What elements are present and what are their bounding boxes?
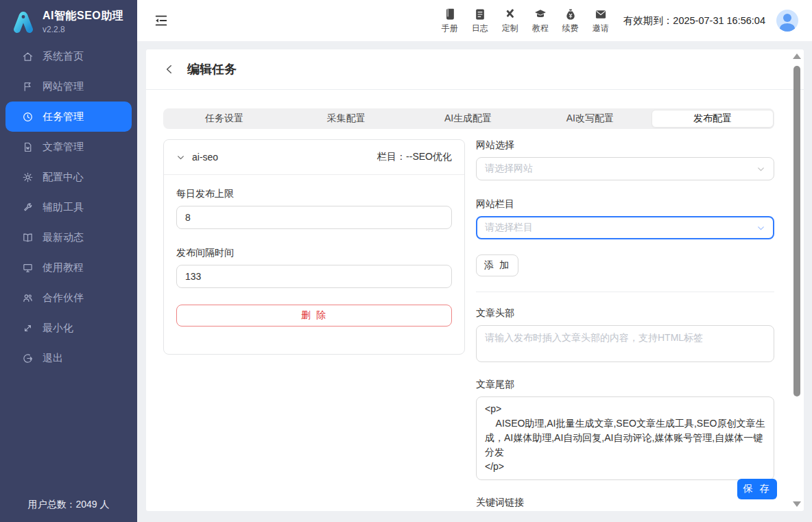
article-header-label: 文章头部 [476, 307, 774, 320]
chevron-down-icon [756, 224, 765, 233]
sidebar-item-label: 系统首页 [43, 50, 84, 63]
document-icon [22, 141, 34, 153]
tab-ai-generate-config[interactable]: AI生成配置 [408, 110, 529, 128]
sidebar-item-websites[interactable]: 网站管理 [5, 71, 132, 102]
page-header: 编辑任务 [146, 49, 804, 90]
tab-task-settings[interactable]: 任务设置 [164, 110, 285, 128]
toolbar-item-tutorial[interactable]: 教程 [529, 8, 552, 34]
sidebar-item-news[interactable]: 最新动态 [5, 222, 132, 252]
article-header-textarea[interactable] [476, 325, 774, 362]
sidebar-item-label: 最新动态 [43, 231, 84, 244]
app-title: AI智能SEO助理 [43, 9, 123, 23]
minimize-icon [22, 322, 34, 334]
scrollbar-down-arrow[interactable] [793, 501, 801, 507]
sidebar-item-tutorial[interactable]: 使用教程 [5, 252, 132, 283]
sidebar-item-articles[interactable]: 文章管理 [5, 132, 132, 162]
sidebar-menu: 系统首页 网站管理 任务管理 文章管理 配置中心 辅助工具 最新动态 使用教程 [0, 41, 137, 373]
page-title: 编辑任务 [187, 61, 237, 78]
license-expiry-label: 有效期到： [623, 15, 673, 26]
sidebar-item-label: 退出 [43, 352, 63, 365]
license-expiry: 有效期到：2025-07-31 16:56:04 [623, 14, 765, 27]
sidebar-item-label: 配置中心 [43, 171, 84, 184]
sidebar-item-label: 最小化 [43, 322, 73, 335]
keyword-links-label: 关键词链接 [476, 497, 774, 509]
tab-collect-config[interactable]: 采集配置 [286, 110, 407, 128]
gear-icon [22, 171, 34, 183]
daily-limit-label: 每日发布上限 [176, 188, 452, 200]
site-select[interactable]: 请选择网站 [476, 157, 774, 180]
app-logo-icon [11, 10, 36, 34]
section-divider [476, 292, 774, 292]
column-info: 栏目：--SEO优化 [377, 151, 452, 163]
sidebar-item-tasks[interactable]: 任务管理 [5, 102, 132, 132]
sidebar-item-config[interactable]: 配置中心 [5, 162, 132, 192]
toolbar-item-label: 续费 [562, 23, 579, 34]
custom-tools-icon [503, 8, 517, 21]
sidebar-item-partners[interactable]: 合作伙伴 [5, 283, 132, 313]
delete-button[interactable]: 删 除 [176, 305, 452, 327]
flag-icon [22, 81, 34, 93]
site-task-card-header[interactable]: ai-seo 栏目：--SEO优化 [164, 140, 464, 175]
sidebar-item-label: 辅助工具 [43, 201, 84, 214]
tab-publish-config[interactable]: 发布配置 [652, 110, 774, 128]
clock-icon [22, 111, 34, 123]
sidebar: AI智能SEO助理 v2.2.8 系统首页 网站管理 任务管理 文章管理 配置中… [0, 0, 137, 522]
toolbar-item-label: 手册 [442, 23, 458, 34]
save-button[interactable]: 保 存 [737, 479, 777, 499]
scrollbar-thumb[interactable] [793, 66, 800, 396]
money-bag-icon [564, 8, 577, 21]
toolbar-item-label: 日志 [472, 23, 488, 34]
site-select-label: 网站选择 [476, 139, 774, 152]
column-select[interactable]: 请选择栏目 [476, 216, 774, 239]
toolbar-item-invite[interactable]: 邀请 [589, 8, 612, 34]
book-open-icon [22, 232, 34, 244]
article-footer-textarea[interactable]: <p> AISEO助理,AI批量生成文章,SEO文章生成工具,SEO原创文章生成… [476, 396, 774, 480]
chevron-down-icon [756, 165, 765, 174]
app-logo: AI智能SEO助理 v2.2.8 [0, 0, 137, 41]
chevron-down-icon [176, 153, 185, 162]
site-name: ai-seo [192, 152, 218, 163]
interval-input[interactable] [176, 265, 452, 288]
sidebar-item-home[interactable]: 系统首页 [5, 41, 132, 71]
partners-icon [22, 292, 34, 304]
toolbar-item-label: 定制 [502, 23, 518, 34]
toolbar-item-manual[interactable]: 手册 [438, 8, 462, 34]
daily-limit-input[interactable] [176, 206, 452, 229]
article-footer-label: 文章尾部 [476, 379, 774, 391]
sidebar-item-label: 合作伙伴 [43, 292, 84, 305]
toolbar-item-custom[interactable]: 定制 [499, 8, 522, 34]
book-icon [443, 8, 457, 21]
site-task-card: ai-seo 栏目：--SEO优化 每日发布上限 发布间隔时间 删 除 [163, 139, 465, 355]
site-select-placeholder: 请选择网站 [485, 163, 533, 175]
toolbar-item-log[interactable]: 日志 [468, 8, 492, 34]
envelope-icon [594, 8, 608, 21]
user-total-count: 用户总数：2049 人 [0, 499, 137, 522]
home-icon [22, 51, 34, 62]
toolbar-item-label: 邀请 [593, 23, 609, 34]
user-avatar[interactable] [776, 10, 798, 32]
config-tabbar: 任务设置 采集配置 AI生成配置 AI改写配置 发布配置 [163, 108, 774, 129]
main-content: 编辑任务 任务设置 采集配置 AI生成配置 AI改写配置 发布配置 ai-seo… [137, 41, 812, 522]
tab-ai-rewrite-config[interactable]: AI改写配置 [529, 110, 650, 128]
sidebar-item-label: 任务管理 [43, 110, 84, 123]
toolbar-item-renew[interactable]: 续费 [559, 8, 582, 34]
wrench-icon [22, 202, 34, 213]
sidebar-item-label: 网站管理 [43, 80, 84, 93]
sidebar-item-label: 文章管理 [43, 141, 84, 154]
chevron-left-icon [163, 63, 176, 75]
top-header: 手册 日志 定制 教程 续费 邀请 有效期到： [137, 0, 812, 41]
logout-icon [22, 353, 34, 364]
license-expiry-value: 2025-07-31 16:56:04 [673, 15, 765, 26]
scrollbar-up-arrow[interactable] [793, 54, 801, 59]
avatar-person-icon [783, 14, 791, 22]
back-button[interactable] [163, 63, 176, 75]
edit-task-panel: 编辑任务 任务设置 采集配置 AI生成配置 AI改写配置 发布配置 ai-seo… [146, 49, 804, 511]
vertical-scrollbar [791, 52, 802, 508]
journal-icon [473, 8, 487, 21]
graduation-cap-icon [534, 8, 547, 21]
sidebar-item-logout[interactable]: 退出 [5, 343, 132, 373]
sidebar-item-tools[interactable]: 辅助工具 [5, 192, 132, 222]
add-button[interactable]: 添 加 [476, 254, 518, 276]
menu-fold-icon[interactable] [154, 13, 169, 28]
sidebar-item-minimize[interactable]: 最小化 [5, 313, 132, 343]
